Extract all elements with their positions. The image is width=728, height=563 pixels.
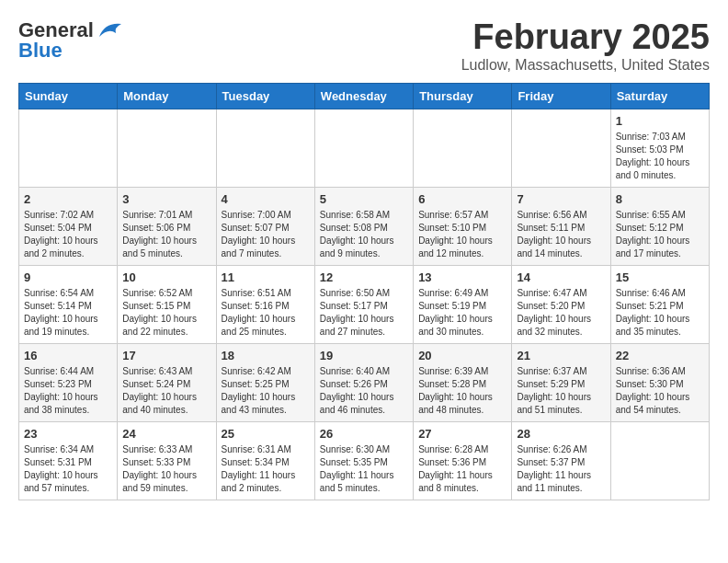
day-info: Sunrise: 6:51 AM Sunset: 5:16 PM Dayligh… (222, 287, 310, 339)
table-row: 2Sunrise: 7:02 AM Sunset: 5:04 PM Daylig… (19, 187, 118, 265)
table-row: 28Sunrise: 6:26 AM Sunset: 5:37 PM Dayli… (512, 421, 610, 500)
table-row: 12Sunrise: 6:50 AM Sunset: 5:17 PM Dayli… (314, 265, 413, 343)
day-info: Sunrise: 6:36 AM Sunset: 5:30 PM Dayligh… (616, 365, 704, 417)
day-info: Sunrise: 7:03 AM Sunset: 5:03 PM Dayligh… (616, 131, 704, 182)
day-number: 18 (222, 349, 310, 362)
day-number: 19 (320, 349, 408, 362)
day-info: Sunrise: 6:52 AM Sunset: 5:15 PM Dayligh… (122, 287, 210, 339)
table-row (19, 109, 118, 187)
table-row: 27Sunrise: 6:28 AM Sunset: 5:36 PM Dayli… (414, 421, 512, 500)
table-row: 14Sunrise: 6:47 AM Sunset: 5:20 PM Dayli… (512, 265, 610, 343)
day-number: 7 (517, 192, 605, 206)
calendar-week-row: 9Sunrise: 6:54 AM Sunset: 5:14 PM Daylig… (19, 265, 710, 343)
calendar-week-row: 2Sunrise: 7:02 AM Sunset: 5:04 PM Daylig… (19, 187, 710, 265)
table-row: 15Sunrise: 6:46 AM Sunset: 5:21 PM Dayli… (610, 265, 709, 343)
page: General Blue February 2025 Ludlow, Massa… (0, 0, 728, 510)
day-number: 5 (320, 192, 408, 206)
day-info: Sunrise: 6:31 AM Sunset: 5:34 PM Dayligh… (222, 443, 310, 495)
table-row: 22Sunrise: 6:36 AM Sunset: 5:30 PM Dayli… (610, 343, 709, 421)
day-number: 4 (222, 192, 310, 206)
day-info: Sunrise: 6:47 AM Sunset: 5:20 PM Dayligh… (517, 287, 605, 339)
day-number: 27 (418, 427, 506, 441)
day-number: 11 (222, 270, 310, 284)
calendar-week-row: 1Sunrise: 7:03 AM Sunset: 5:03 PM Daylig… (19, 109, 710, 187)
day-number: 25 (222, 427, 310, 441)
table-row: 6Sunrise: 6:57 AM Sunset: 5:10 PM Daylig… (414, 187, 512, 265)
day-number: 17 (122, 349, 210, 362)
table-row: 4Sunrise: 7:00 AM Sunset: 5:07 PM Daylig… (216, 187, 314, 265)
table-row: 5Sunrise: 6:58 AM Sunset: 5:08 PM Daylig… (314, 187, 413, 265)
day-number: 1 (616, 114, 704, 128)
header: General Blue February 2025 Ludlow, Massa… (18, 18, 710, 74)
table-row (216, 109, 314, 187)
col-thursday: Thursday (414, 83, 512, 109)
day-number: 24 (122, 427, 210, 441)
day-info: Sunrise: 6:42 AM Sunset: 5:25 PM Dayligh… (222, 365, 310, 417)
day-number: 2 (24, 192, 112, 206)
day-info: Sunrise: 6:33 AM Sunset: 5:33 PM Dayligh… (122, 443, 210, 495)
col-wednesday: Wednesday (314, 83, 413, 109)
day-info: Sunrise: 6:26 AM Sunset: 5:37 PM Dayligh… (517, 443, 605, 495)
table-row: 7Sunrise: 6:56 AM Sunset: 5:11 PM Daylig… (512, 187, 610, 265)
col-tuesday: Tuesday (216, 83, 314, 109)
col-monday: Monday (118, 83, 216, 109)
day-info: Sunrise: 6:40 AM Sunset: 5:26 PM Dayligh… (320, 365, 408, 417)
day-number: 3 (122, 192, 210, 206)
day-number: 23 (24, 427, 112, 441)
table-row: 24Sunrise: 6:33 AM Sunset: 5:33 PM Dayli… (118, 421, 216, 500)
table-row (414, 109, 512, 187)
table-row: 19Sunrise: 6:40 AM Sunset: 5:26 PM Dayli… (314, 343, 413, 421)
location-title: Ludlow, Massachusetts, United States (461, 57, 710, 74)
day-number: 9 (24, 270, 112, 284)
day-info: Sunrise: 6:43 AM Sunset: 5:24 PM Dayligh… (122, 365, 210, 417)
day-info: Sunrise: 6:55 AM Sunset: 5:12 PM Dayligh… (616, 209, 704, 260)
day-info: Sunrise: 6:28 AM Sunset: 5:36 PM Dayligh… (418, 443, 506, 495)
col-saturday: Saturday (610, 83, 709, 109)
table-row (314, 109, 413, 187)
day-number: 22 (616, 349, 704, 362)
day-info: Sunrise: 6:49 AM Sunset: 5:19 PM Dayligh… (418, 287, 506, 339)
day-info: Sunrise: 6:44 AM Sunset: 5:23 PM Dayligh… (24, 365, 112, 417)
logo: General Blue (18, 18, 121, 63)
logo-bird-icon (96, 20, 121, 40)
table-row: 8Sunrise: 6:55 AM Sunset: 5:12 PM Daylig… (610, 187, 709, 265)
day-info: Sunrise: 6:50 AM Sunset: 5:17 PM Dayligh… (320, 287, 408, 339)
day-number: 10 (122, 270, 210, 284)
day-info: Sunrise: 6:37 AM Sunset: 5:29 PM Dayligh… (517, 365, 605, 417)
day-number: 13 (418, 270, 506, 284)
day-number: 6 (418, 192, 506, 206)
day-number: 8 (616, 192, 704, 206)
table-row: 21Sunrise: 6:37 AM Sunset: 5:29 PM Dayli… (512, 343, 610, 421)
table-row: 18Sunrise: 6:42 AM Sunset: 5:25 PM Dayli… (216, 343, 314, 421)
table-row (512, 109, 610, 187)
table-row: 16Sunrise: 6:44 AM Sunset: 5:23 PM Dayli… (19, 343, 118, 421)
calendar-header-row: Sunday Monday Tuesday Wednesday Thursday… (19, 83, 710, 109)
day-number: 14 (517, 270, 605, 284)
day-number: 21 (517, 349, 605, 362)
title-block: February 2025 Ludlow, Massachusetts, Uni… (461, 18, 710, 74)
day-info: Sunrise: 7:00 AM Sunset: 5:07 PM Dayligh… (222, 209, 310, 260)
day-number: 16 (24, 349, 112, 362)
table-row: 23Sunrise: 6:34 AM Sunset: 5:31 PM Dayli… (19, 421, 118, 500)
logo-blue-text: Blue (18, 39, 63, 63)
table-row: 20Sunrise: 6:39 AM Sunset: 5:28 PM Dayli… (414, 343, 512, 421)
day-info: Sunrise: 6:39 AM Sunset: 5:28 PM Dayligh… (418, 365, 506, 417)
calendar-week-row: 16Sunrise: 6:44 AM Sunset: 5:23 PM Dayli… (19, 343, 710, 421)
day-number: 15 (616, 270, 704, 284)
col-friday: Friday (512, 83, 610, 109)
table-row: 9Sunrise: 6:54 AM Sunset: 5:14 PM Daylig… (19, 265, 118, 343)
day-info: Sunrise: 6:58 AM Sunset: 5:08 PM Dayligh… (320, 209, 408, 260)
table-row: 10Sunrise: 6:52 AM Sunset: 5:15 PM Dayli… (118, 265, 216, 343)
table-row: 3Sunrise: 7:01 AM Sunset: 5:06 PM Daylig… (118, 187, 216, 265)
day-info: Sunrise: 6:54 AM Sunset: 5:14 PM Dayligh… (24, 287, 112, 339)
table-row: 25Sunrise: 6:31 AM Sunset: 5:34 PM Dayli… (216, 421, 314, 500)
calendar-week-row: 23Sunrise: 6:34 AM Sunset: 5:31 PM Dayli… (19, 421, 710, 500)
day-info: Sunrise: 6:57 AM Sunset: 5:10 PM Dayligh… (418, 209, 506, 260)
day-number: 26 (320, 427, 408, 441)
table-row: 13Sunrise: 6:49 AM Sunset: 5:19 PM Dayli… (414, 265, 512, 343)
day-info: Sunrise: 7:01 AM Sunset: 5:06 PM Dayligh… (122, 209, 210, 260)
table-row: 11Sunrise: 6:51 AM Sunset: 5:16 PM Dayli… (216, 265, 314, 343)
col-sunday: Sunday (19, 83, 118, 109)
day-info: Sunrise: 6:56 AM Sunset: 5:11 PM Dayligh… (517, 209, 605, 260)
table-row: 1Sunrise: 7:03 AM Sunset: 5:03 PM Daylig… (610, 109, 709, 187)
